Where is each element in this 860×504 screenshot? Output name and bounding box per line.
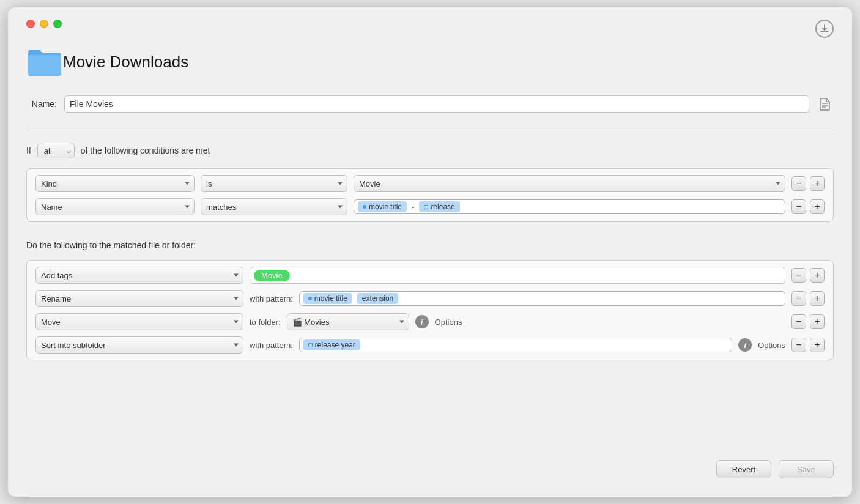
action-row-3: Move Add tags Rename to folder: 🎬 Movies… — [35, 313, 825, 330]
action-row3-add-button[interactable]: + — [810, 314, 825, 329]
traffic-lights — [26, 20, 62, 28]
sort-options-label: Options — [758, 341, 785, 350]
name-field-select[interactable]: Name Kind Date — [35, 198, 195, 215]
rename-select-wrapper: Rename Add tags Move — [35, 290, 243, 307]
sort-select[interactable]: Sort into subfolder Add tags Rename — [35, 336, 243, 354]
release-year-pill-label: release year — [315, 341, 355, 349]
sort-pattern-group[interactable]: release year — [299, 338, 732, 352]
pill-dot-icon — [363, 205, 366, 209]
action-row3-remove-button[interactable]: − — [791, 314, 806, 329]
release-year-pill[interactable]: release year — [303, 339, 360, 350]
is-operator-wrapper: is is not contains — [201, 175, 347, 192]
action-row4-remove-button[interactable]: − — [791, 338, 806, 352]
condition-row-2: Name Kind Date matches contains starts w… — [35, 198, 825, 215]
add-tags-select[interactable]: Add tags Rename Move — [35, 267, 243, 284]
is-operator-select[interactable]: is is not contains — [201, 175, 347, 192]
rename-with-pattern-label: with pattern: — [250, 294, 293, 303]
sort-info-button[interactable]: i — [738, 338, 752, 352]
rename-select[interactable]: Rename Add tags Move — [35, 290, 243, 307]
movie-value-select[interactable]: Movie Image Document — [354, 175, 785, 192]
movies-folder-wrapper: 🎬 Movies Downloads Desktop — [287, 313, 409, 330]
condition-row1-remove-button[interactable]: − — [791, 176, 806, 191]
move-options-label: Options — [435, 317, 462, 327]
main-window: Movie Downloads Name: If all any none of… — [8, 7, 852, 497]
action-row2-add-button[interactable]: + — [810, 291, 825, 306]
rename-pill-dot-icon — [308, 297, 312, 300]
row-action2-buttons: − + — [791, 291, 825, 306]
condition-row2-remove-button[interactable]: − — [791, 199, 806, 214]
matches-operator-select[interactable]: matches contains starts with — [201, 198, 347, 215]
name-input[interactable] — [64, 95, 809, 113]
actions-box: Add tags Rename Move Movie − + Rename Ad… — [26, 260, 834, 360]
row-action3-buttons: − + — [791, 314, 825, 329]
window-title: Movie Downloads — [63, 53, 188, 72]
conditions-suffix: of the following conditions are met — [81, 146, 210, 155]
movies-folder-select[interactable]: 🎬 Movies Downloads Desktop — [287, 313, 409, 330]
extension-pill[interactable]: extension — [357, 293, 398, 304]
row-action1-buttons: − + — [791, 268, 825, 283]
rename-movie-title-pill[interactable]: movie title — [303, 293, 352, 304]
release-pill-label: release — [431, 202, 454, 211]
row1-buttons: − + — [791, 176, 825, 191]
name-row: Name: — [26, 95, 834, 113]
all-select[interactable]: all any none — [37, 143, 75, 158]
download-icon[interactable] — [815, 20, 834, 38]
folder-header: Movie Downloads — [26, 40, 834, 77]
release-pill[interactable]: release — [419, 201, 459, 212]
action-row4-add-button[interactable]: + — [810, 338, 825, 352]
conditions-box: Kind Name Date is is not contains Movie … — [26, 168, 834, 222]
name-pattern-group[interactable]: movie title - release — [354, 199, 785, 214]
release-year-pill-square-icon — [308, 343, 313, 347]
action-row-4: Sort into subfolder Add tags Rename with… — [35, 336, 825, 354]
minimize-button[interactable] — [40, 20, 48, 28]
condition-row1-add-button[interactable]: + — [810, 176, 825, 191]
condition-row2-add-button[interactable]: + — [810, 199, 825, 214]
add-tags-select-wrapper: Add tags Rename Move — [35, 267, 243, 284]
condition-row-1: Kind Name Date is is not contains Movie … — [35, 175, 825, 192]
divider-1 — [26, 130, 834, 130]
row2-buttons: − + — [791, 199, 825, 214]
pill-square-icon — [424, 205, 428, 209]
save-button[interactable]: Save — [779, 460, 834, 478]
maximize-button[interactable] — [53, 20, 62, 28]
name-field-wrapper: Name Kind Date — [35, 198, 195, 215]
rename-pattern-group[interactable]: movie title extension — [299, 291, 785, 306]
sort-with-pattern-label: with pattern: — [250, 341, 293, 350]
actions-header-text: Do the following to the matched file or … — [26, 240, 834, 250]
move-select-wrapper: Move Add tags Rename — [35, 313, 243, 330]
close-button[interactable] — [26, 20, 35, 28]
conditions-header: If all any none of the following conditi… — [26, 143, 834, 158]
move-info-button[interactable]: i — [415, 315, 429, 328]
to-folder-label: to folder: — [250, 317, 281, 327]
action-row-2: Rename Add tags Move with pattern: movie… — [35, 290, 825, 307]
if-label: If — [26, 146, 31, 155]
action-row1-add-button[interactable]: + — [810, 268, 825, 283]
revert-button[interactable]: Revert — [716, 460, 771, 478]
action-row-1: Add tags Rename Move Movie − + — [35, 267, 825, 284]
kind-field-select[interactable]: Kind Name Date — [35, 175, 195, 192]
sort-select-wrapper: Sort into subfolder Add tags Rename — [35, 336, 243, 354]
move-select[interactable]: Move Add tags Rename — [35, 313, 243, 330]
matches-operator-wrapper: matches contains starts with — [201, 198, 347, 215]
folder-select-area: 🎬 Movies Downloads Desktop — [287, 313, 409, 330]
row-action4-buttons: − + — [791, 338, 825, 352]
movie-tag-pill[interactable]: Movie — [254, 270, 290, 281]
tag-input-area[interactable]: Movie — [250, 267, 785, 284]
movie-value-wrapper: Movie Image Document — [354, 175, 785, 192]
title-bar — [26, 20, 834, 28]
all-select-wrapper: all any none — [37, 143, 75, 158]
rename-movie-title-label: movie title — [314, 294, 347, 303]
extension-pill-label: extension — [362, 294, 393, 303]
movie-title-pill-label: movie title — [369, 202, 402, 211]
name-label: Name: — [26, 99, 57, 109]
action-row2-remove-button[interactable]: − — [791, 291, 806, 306]
document-icon[interactable] — [817, 95, 834, 113]
bottom-bar: Revert Save — [26, 448, 834, 478]
pill-separator: - — [409, 202, 417, 212]
kind-field-wrapper: Kind Name Date — [35, 175, 195, 192]
movie-title-pill[interactable]: movie title — [358, 201, 407, 212]
action-row1-remove-button[interactable]: − — [791, 268, 806, 283]
folder-icon — [26, 46, 63, 77]
